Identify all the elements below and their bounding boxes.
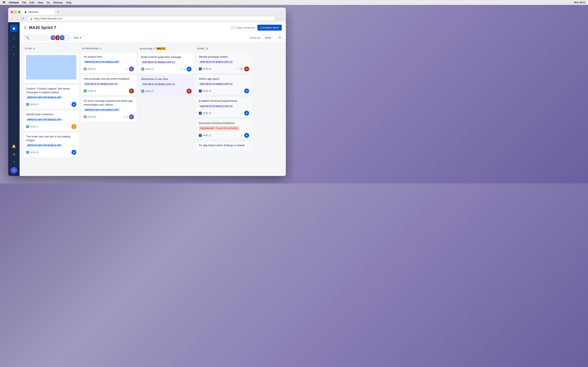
atlassian-tab-icon: ◆	[25, 10, 27, 14]
card-id-row-mob-22: S MOB-22	[141, 68, 154, 71]
card-avatar-mob-26: A	[244, 89, 249, 93]
in-review-cards: Build Android application package SHIP B…	[139, 53, 194, 96]
card-mob-17[interactable]: Identify beta customers IMPROVE NPS FOR …	[24, 110, 79, 131]
add-user-button[interactable]: +	[64, 35, 69, 41]
minimize-button[interactable]	[14, 11, 17, 13]
clock-icon: 🕐	[230, 26, 233, 29]
check-icon-mob-21: ✓	[241, 134, 243, 137]
complete-sprint-button[interactable]: Complete sprint	[258, 25, 282, 31]
card-mob-07[interactable]: Confirm "Contact Support" link sends mes…	[24, 85, 79, 109]
menu-edit[interactable]: Edit	[30, 1, 34, 4]
header-right: 🕐 2 days remaining Complete sprint	[230, 25, 282, 31]
card-right-meta-mob-01: ⎇ C	[125, 67, 134, 71]
card-title-mob-08: Fix error message experienced when app d…	[84, 99, 134, 106]
card-id-row-mob-25: T MOB-25	[199, 112, 211, 115]
sidebar-user-avatar[interactable]: A	[11, 167, 17, 174]
menu-help[interactable]: Help	[66, 1, 71, 4]
card-id-mob-26: MOB-26	[203, 90, 211, 92]
card-footer-mob-16: S MOB-16 R	[84, 89, 134, 93]
column-title-in-review: IN REVIEW	[140, 48, 152, 50]
ticket-icon-mob-23: S	[141, 90, 144, 92]
app-name: Chrome	[9, 1, 19, 4]
reload-button[interactable]: ↺	[21, 17, 26, 21]
column-count-in-progress: 3	[100, 47, 102, 50]
card-footer-mob-08: B MOB-08 ⎇ 5 C	[84, 114, 134, 119]
ticket-icon-mob-21: T	[199, 134, 202, 137]
column-done: DONE 12 Identify prototype testers SHIP …	[196, 46, 251, 150]
card-avatar-mob-01: C	[129, 67, 134, 71]
card-title-mob-25: Establish technical requirements	[199, 99, 249, 103]
ticket-icon-mob-17: S	[26, 125, 29, 128]
url-bar[interactable]: 🔒 https://www.atlassian.com	[27, 16, 275, 21]
sidebar-item-create[interactable]: +	[10, 51, 17, 58]
card-mob-08[interactable]: Fix error message experienced when app d…	[81, 97, 136, 121]
forward-button[interactable]: ›	[16, 17, 19, 21]
new-tab-button[interactable]: +	[56, 9, 60, 15]
column-header-todo: TO DO 6	[24, 46, 79, 51]
card-mob-16[interactable]: Test prototype and document feedback SHI…	[81, 75, 136, 95]
sidebar-item-help[interactable]: ?	[10, 159, 17, 166]
card-avatar-mob-23: R	[187, 89, 191, 94]
card-title-mob-17: Identify beta customers	[26, 113, 76, 116]
card-footer-mob-21: T MOB-21 ✓ A	[199, 133, 249, 138]
card-title-mob-01: Fix broken links	[84, 55, 134, 59]
bookmark-icon[interactable]: ☆	[277, 17, 279, 20]
card-id-row-mob-17: S MOB-17	[26, 125, 39, 128]
filter-right: Group by None Assignee Epic	[250, 35, 282, 41]
fullscreen-button[interactable]	[18, 11, 20, 13]
sidebar-item-search[interactable]: ⌕	[10, 43, 17, 50]
column-count-todo: 6	[33, 47, 35, 50]
card-mob-20[interactable]: Identify prototype testers SHIP BETA OF …	[196, 53, 251, 73]
card-mob-25[interactable]: Establish technical requirements SHIP BE…	[196, 97, 251, 117]
group-by-select[interactable]: None Assignee Epic	[262, 35, 282, 41]
search-box[interactable]: 🔍	[24, 35, 48, 41]
card-mob-36[interactable]: The invite new user link is not loading …	[24, 133, 79, 157]
sidebar-logo[interactable]: ◆	[10, 25, 17, 32]
more-options-icon[interactable]: ⋮	[281, 17, 283, 20]
group-by-label: Group by	[250, 36, 260, 39]
card-fix-app-freeze[interactable]: Fix app freeze when Settings is clicked	[196, 142, 251, 150]
card-mob-22[interactable]: Build Android application package SHIP B…	[139, 53, 194, 74]
card-mob-21[interactable]: Document technical limitations REDUNDANC…	[196, 119, 251, 140]
board-header: ☰ MA20 Sprint 7 🕐 2 days remaining Compl…	[20, 22, 286, 42]
card-id-mob-25: MOB-25	[203, 112, 211, 114]
card-id-mob-21: MOB-21	[203, 134, 211, 137]
max-badge-in-review: MAX: 5	[156, 47, 166, 50]
branch-icon-mob-22: ⎇	[180, 68, 183, 71]
epic-chevron-icon: ▾	[80, 36, 81, 39]
sidebar-item-starred[interactable]: ☆	[10, 34, 17, 42]
menu-view[interactable]: View	[37, 1, 43, 4]
tab-title: Atlassian	[28, 11, 38, 13]
check-icon-mob-20: ✓	[236, 67, 238, 71]
column-title-done: DONE	[197, 47, 204, 50]
ticket-icon-mob-08: B	[84, 115, 86, 118]
hamburger-menu[interactable]: ☰	[24, 26, 26, 30]
back-button[interactable]: ‹	[11, 17, 14, 21]
card-mob-26[interactable]: Define app specs SHIP BETA OF MOBILE APP…	[196, 75, 251, 95]
board-title: MA20 Sprint 7	[29, 25, 56, 30]
menu-window[interactable]: Window	[53, 1, 63, 4]
card-placeholder[interactable]	[24, 53, 79, 83]
menu-file[interactable]: File	[22, 1, 26, 4]
card-footer-mob-07: S MOB-07 A	[26, 102, 76, 107]
browser-tab[interactable]: ◆ Atlassian	[22, 9, 55, 15]
card-avatar-mob-25: A	[244, 111, 249, 116]
card-title-mob-07: Confirm "Contact Support" link sends mes…	[26, 87, 76, 94]
epic-tag-mob-21: REDUNDANCY PLAN FOR OUTAGES	[199, 127, 239, 130]
ticket-icon-mob-20: T	[199, 67, 202, 70]
card-avatar-mob-16: R	[129, 89, 134, 93]
sidebar-item-apps[interactable]: ⊞	[10, 151, 17, 158]
epic-filter-button[interactable]: Epic ▾	[71, 35, 83, 40]
menu-go[interactable]: Go	[46, 1, 50, 4]
card-footer-mob-01: B MOB-01 ⎇ C	[84, 67, 134, 71]
search-icon: 🔍	[26, 36, 30, 40]
epic-tag-mob-23: SHIP BETA OF MOBILE APP 2.0	[141, 83, 176, 86]
sidebar-item-notifications[interactable]: 🔔	[10, 142, 17, 150]
card-id-row-mob-08: B MOB-08	[84, 115, 96, 118]
card-mob-01[interactable]: Fix broken links IMPROVE NPS FOR MOBILE …	[81, 53, 136, 73]
column-count-done: 12	[205, 47, 208, 50]
board-title-row: ☰ MA20 Sprint 7 🕐 2 days remaining Compl…	[24, 25, 282, 31]
card-mob-23[interactable]: Wireframe of user flow SHIP BETA OF MOBI…	[139, 75, 194, 96]
traffic-lights	[11, 11, 20, 13]
close-button[interactable]	[11, 11, 13, 13]
